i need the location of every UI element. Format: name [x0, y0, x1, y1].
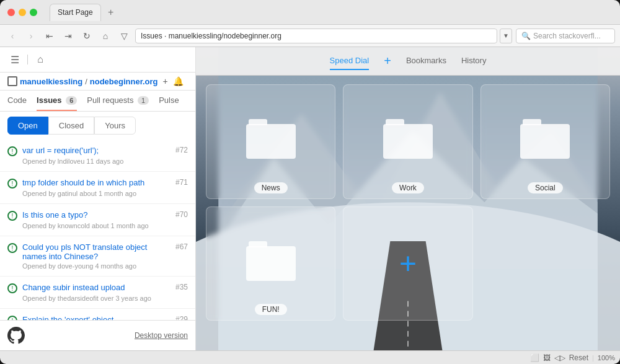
issues-badge: 6: [66, 96, 77, 105]
add-button[interactable]: +: [163, 76, 168, 86]
repo-tab-issues[interactable]: Issues 6: [37, 91, 77, 111]
sidebar-toolbar: ☰ ⌂: [0, 47, 195, 73]
issue-number: #67: [175, 242, 188, 251]
minimize-button[interactable]: [19, 9, 26, 16]
folder-icon: [520, 119, 570, 159]
repo-icon: [7, 76, 17, 86]
image-icon[interactable]: 🖼: [543, 353, 551, 362]
issue-tab-yours[interactable]: Yours: [94, 117, 136, 135]
issue-tab-open[interactable]: Open: [7, 117, 48, 135]
history-tab[interactable]: History: [461, 52, 486, 70]
bookmarks-tab[interactable]: Bookmarks: [406, 52, 446, 70]
issue-header: ! Is this one a typo? #70: [7, 210, 188, 221]
sidebar-footer: Desktop version: [0, 320, 195, 350]
issue-item[interactable]: ! tmp folder should be in which path #71…: [0, 172, 195, 204]
speed-dial-add-button[interactable]: +: [384, 54, 391, 68]
issue-header: ! tmp folder should be in which path #71: [7, 178, 188, 189]
issue-title-row: tmp folder should be in which path #71: [22, 178, 188, 187]
breadcrumb-owner[interactable]: manuelkiessling: [20, 77, 82, 86]
code-icon[interactable]: ◁▷: [554, 353, 565, 362]
forward-button[interactable]: ›: [24, 29, 38, 43]
breadcrumb-separator: /: [85, 77, 87, 86]
home-button[interactable]: ⌂: [98, 29, 113, 43]
search-placeholder: Search stackoverfl...: [533, 32, 601, 40]
sidebar-home-button[interactable]: ⌂: [33, 52, 48, 67]
breadcrumb: manuelkiessling / nodebeginner.org + 🔔: [0, 73, 195, 91]
speed-dial-add-new[interactable]: +: [343, 206, 472, 321]
skip-forward-button[interactable]: ⇥: [61, 29, 76, 43]
issue-meta: Opened by thedarsideofit over 3 years ag…: [22, 295, 188, 302]
issue-item[interactable]: ! Explain the 'export' object #29 Opened…: [0, 309, 195, 320]
issue-tab-closed[interactable]: Closed: [48, 117, 94, 135]
browser-tab[interactable]: Start Page: [50, 4, 101, 21]
folder-icon: [246, 241, 296, 281]
issue-open-icon: !: [7, 316, 17, 320]
window-icon[interactable]: ⬜: [530, 353, 539, 362]
pulls-badge: 1: [138, 96, 149, 105]
breadcrumb-repo[interactable]: nodebeginner.org: [90, 77, 158, 86]
sidebar: ☰ ⌂ manuelkiessling / nodebeginner.org +…: [0, 47, 196, 350]
issue-meta: Opened by dove-young 4 months ago: [22, 262, 188, 270]
issue-title: var url = require('url');: [22, 146, 170, 155]
speed-dial-fun[interactable]: FUN!: [206, 206, 335, 321]
speed-dial-panel: Speed Dial + Bookmarks History News: [196, 47, 620, 350]
issue-item[interactable]: ! Is this one a typo? #70 Opened by know…: [0, 204, 195, 236]
issue-header: ! Explain the 'export' object #29: [7, 315, 188, 320]
issue-title-row: Explain the 'export' object #29: [22, 315, 188, 320]
divider: |: [592, 354, 594, 362]
issue-title-row: Is this one a typo? #70: [22, 210, 188, 220]
back-button[interactable]: ‹: [5, 29, 20, 43]
issue-number: #29: [175, 315, 188, 320]
close-button[interactable]: [7, 9, 15, 16]
issues-list: ! var url = require('url'); #72 Opened b…: [0, 140, 195, 320]
skip-back-button[interactable]: ⇤: [42, 29, 57, 43]
repo-tabs: Code Issues 6 Pull requests 1 Pulse: [0, 91, 195, 112]
add-new-icon: +: [399, 249, 417, 278]
speed-dial-social[interactable]: Social: [480, 84, 610, 199]
speed-dial-tab[interactable]: Speed Dial: [330, 52, 370, 70]
speed-dial-news-label: News: [254, 182, 288, 193]
issue-title-row: Change subir instead upload #35: [22, 283, 188, 292]
folder-icon: [246, 119, 296, 159]
speed-dial-news[interactable]: News: [206, 84, 335, 199]
tab-bar: Start Page +: [50, 4, 613, 21]
issue-number: #70: [175, 210, 188, 219]
address-text: Issues · manuelkiessling/nodebeginner.or…: [141, 32, 281, 40]
issue-open-icon: !: [7, 146, 17, 156]
issue-header: ! Change subir instead upload #35: [7, 283, 188, 293]
folder-body: [383, 124, 433, 159]
issue-open-icon: !: [7, 179, 17, 189]
issue-item[interactable]: ! var url = require('url'); #72 Opened b…: [0, 140, 195, 172]
notification-bell[interactable]: 🔔: [173, 76, 184, 86]
issue-open-icon: !: [7, 283, 17, 293]
new-tab-button[interactable]: +: [104, 5, 118, 20]
speed-dial-empty: [480, 206, 610, 321]
repo-tab-code[interactable]: Code: [7, 91, 27, 111]
issue-title: Is this one a typo?: [22, 210, 170, 220]
address-dropdown[interactable]: ▼: [500, 29, 512, 43]
issue-title: Could you pls NOT translate object names…: [22, 242, 170, 261]
issue-item[interactable]: ! Could you pls NOT translate object nam…: [0, 236, 195, 277]
bookmark-button[interactable]: ▽: [117, 29, 131, 43]
repo-tab-pulls[interactable]: Pull requests 1: [87, 91, 149, 111]
address-bar-wrapper: Issues · manuelkiessling/nodebeginner.or…: [135, 29, 512, 43]
reset-label[interactable]: Reset: [569, 353, 588, 362]
issue-meta: Opened by lndiloveu 11 days ago: [22, 158, 188, 165]
issue-header: ! Could you pls NOT translate object nam…: [7, 242, 188, 261]
address-bar[interactable]: Issues · manuelkiessling/nodebeginner.or…: [135, 29, 497, 43]
github-logo: [7, 327, 25, 344]
desktop-version-link[interactable]: Desktop version: [135, 331, 188, 340]
issue-header: ! var url = require('url'); #72: [7, 146, 188, 156]
speed-dial-work[interactable]: Work: [343, 84, 472, 199]
issue-item[interactable]: ! Change subir instead upload #35 Opened…: [0, 277, 195, 309]
browser-footer: ⬜ 🖼 ◁▷ Reset | 100%: [0, 350, 620, 364]
search-bar[interactable]: 🔍 Search stackoverfl...: [516, 29, 615, 43]
speed-dial-social-label: Social: [528, 182, 563, 193]
folder-body: [246, 124, 296, 159]
issue-number: #71: [175, 178, 188, 187]
repo-tab-pulse[interactable]: Pulse: [159, 91, 179, 111]
nav-bar: ‹ › ⇤ ⇥ ↻ ⌂ ▽ Issues · manuelkiessling/n…: [0, 25, 620, 47]
reload-button[interactable]: ↻: [79, 29, 94, 43]
sidebar-menu-button[interactable]: ☰: [7, 52, 22, 67]
maximize-button[interactable]: [30, 9, 37, 16]
